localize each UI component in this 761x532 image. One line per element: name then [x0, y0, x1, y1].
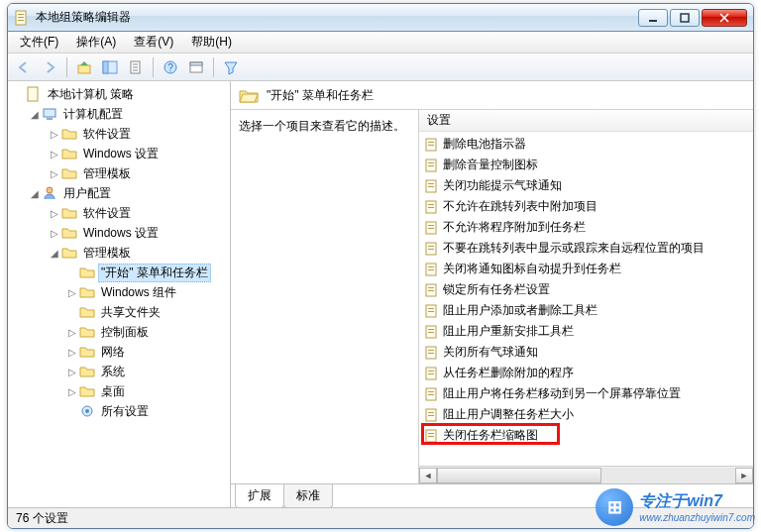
chevron-down-icon[interactable]: ◢ [28, 109, 42, 120]
tree-item[interactable]: ▷控制面板 [8, 322, 230, 342]
settings-column-header[interactable]: 设置 [419, 110, 753, 132]
setting-item[interactable]: 不允许将程序附加到任务栏 [419, 217, 753, 238]
setting-item[interactable]: 不允许在跳转列表中附加项目 [419, 196, 753, 217]
tree-item[interactable]: ▷桌面 [8, 381, 230, 401]
svg-rect-47 [428, 308, 434, 309]
menu-action[interactable]: 操作(A) [68, 32, 124, 53]
folder-icon [61, 146, 77, 161]
menu-file[interactable]: 文件(F) [12, 32, 66, 53]
nav-tree[interactable]: 本地计算机 策略 ◢ 计算机配置 ▷软件设置 ▷Windows 设置 ▷管理模板… [8, 81, 231, 507]
policy-item-icon [425, 367, 439, 380]
chevron-right-icon[interactable]: ▷ [65, 367, 79, 377]
help-button[interactable]: ? [159, 55, 182, 79]
show-hide-tree-button[interactable] [98, 55, 122, 79]
properties-button[interactable] [184, 55, 208, 79]
setting-item[interactable]: 从任务栏删除附加的程序 [419, 363, 753, 383]
tree-item[interactable]: ▷Windows 设置 [8, 223, 230, 243]
horizontal-scrollbar[interactable]: ◄ ► [419, 466, 753, 483]
tree-start-menu-taskbar[interactable]: "开始" 菜单和任务栏 [8, 263, 230, 282]
close-button[interactable] [702, 9, 747, 27]
tree-item[interactable]: ▷软件设置 [8, 203, 230, 223]
tree-item[interactable]: ▷Windows 设置 [8, 144, 230, 163]
scroll-track[interactable] [437, 468, 735, 483]
svg-rect-62 [428, 412, 434, 413]
setting-label: 关闭所有气球通知 [443, 344, 538, 361]
setting-item[interactable]: 不要在跳转列表中显示或跟踪来自远程位置的项目 [419, 238, 753, 259]
policy-item-icon [425, 304, 439, 318]
chevron-right-icon[interactable]: ▷ [48, 228, 61, 239]
menu-view[interactable]: 查看(V) [126, 32, 181, 53]
svg-rect-8 [78, 65, 90, 73]
setting-item[interactable]: 锁定所有任务栏设置 [419, 279, 753, 300]
content-pane: "开始" 菜单和任务栏 选择一个项目来查看它的描述。 设置 删除电池指示器删除音… [231, 81, 753, 507]
svg-rect-38 [428, 246, 434, 247]
settings-list[interactable]: 删除电池指示器删除音量控制图标关闭功能提示气球通知不允许在跳转列表中附加项目不允… [419, 132, 753, 466]
svg-rect-42 [428, 269, 434, 270]
folder-icon [79, 383, 95, 399]
chevron-right-icon[interactable]: ▷ [48, 149, 61, 160]
svg-rect-60 [428, 394, 434, 395]
setting-item[interactable]: 关闭所有气球通知 [419, 342, 753, 363]
setting-label: 关闭任务栏缩略图 [443, 427, 538, 444]
minimize-button[interactable] [638, 9, 668, 27]
svg-rect-66 [428, 436, 434, 437]
export-list-button[interactable] [124, 55, 148, 79]
filter-button[interactable] [219, 55, 243, 79]
tree-item[interactable]: ▷系统 [8, 362, 230, 381]
up-button[interactable] [72, 55, 96, 79]
tree-item[interactable]: ▷网络 [8, 342, 230, 362]
folder-icon [61, 225, 77, 241]
setting-label: 删除音量控制图标 [443, 157, 538, 173]
svg-rect-30 [428, 186, 434, 187]
tree-root[interactable]: 本地计算机 策略 [8, 84, 230, 104]
scroll-left-button[interactable]: ◄ [419, 468, 437, 483]
chevron-down-icon[interactable]: ◢ [48, 248, 61, 259]
policy-item-icon [425, 179, 439, 193]
svg-rect-5 [681, 14, 689, 22]
tab-standard[interactable]: 标准 [283, 484, 333, 508]
tree-admin-templates[interactable]: ◢管理模板 [8, 243, 230, 263]
setting-item[interactable]: 删除电池指示器 [419, 134, 753, 155]
svg-text:?: ? [167, 62, 173, 73]
maximize-button[interactable] [670, 9, 700, 27]
tree-item[interactable]: ▷软件设置 [8, 124, 230, 144]
chevron-right-icon[interactable]: ▷ [65, 347, 79, 358]
tree-item[interactable]: 共享文件夹 [8, 302, 230, 322]
tree-computer-config[interactable]: ◢ 计算机配置 [8, 104, 230, 124]
chevron-right-icon[interactable]: ▷ [48, 168, 61, 179]
tree-item[interactable]: ▷管理模板 [8, 163, 230, 183]
svg-rect-45 [428, 290, 434, 291]
setting-item[interactable]: 删除音量控制图标 [419, 155, 753, 175]
setting-item[interactable]: 阻止用户调整任务栏大小 [419, 404, 753, 425]
toolbar-separator [213, 57, 214, 77]
setting-item[interactable]: 关闭功能提示气球通知 [419, 175, 753, 196]
tree-user-config[interactable]: ◢ 用户配置 [8, 183, 230, 203]
chevron-right-icon[interactable]: ▷ [65, 386, 79, 397]
tab-extended[interactable]: 扩展 [235, 484, 284, 508]
setting-item[interactable]: 阻止用户添加或者删除工具栏 [419, 300, 753, 321]
svg-rect-27 [428, 165, 434, 166]
back-button[interactable] [12, 55, 36, 79]
menu-help[interactable]: 帮助(H) [183, 32, 240, 53]
setting-item[interactable]: 关闭任务栏缩略图 [419, 425, 753, 446]
policy-item-icon [425, 387, 439, 401]
folder-icon [61, 165, 77, 181]
chevron-down-icon[interactable]: ◢ [28, 188, 42, 199]
scroll-thumb[interactable] [437, 468, 601, 483]
folder-icon [61, 245, 77, 261]
tree-item[interactable]: ▷Windows 组件 [8, 282, 230, 302]
setting-label: 阻止用户将任务栏移动到另一个屏幕停靠位置 [443, 385, 681, 402]
svg-rect-48 [428, 311, 434, 312]
tree-all-settings[interactable]: 所有设置 [8, 401, 230, 421]
policy-item-icon [425, 200, 439, 214]
policy-item-icon [425, 242, 439, 256]
scroll-right-button[interactable]: ► [735, 468, 753, 483]
chevron-right-icon[interactable]: ▷ [65, 287, 79, 298]
setting-item[interactable]: 阻止用户重新安排工具栏 [419, 321, 753, 342]
setting-item[interactable]: 阻止用户将任务栏移动到另一个屏幕停靠位置 [419, 383, 753, 404]
setting-item[interactable]: 关闭将通知图标自动提升到任务栏 [419, 259, 753, 279]
chevron-right-icon[interactable]: ▷ [48, 129, 61, 140]
forward-button[interactable] [38, 55, 61, 79]
chevron-right-icon[interactable]: ▷ [48, 208, 61, 219]
chevron-right-icon[interactable]: ▷ [65, 327, 79, 338]
